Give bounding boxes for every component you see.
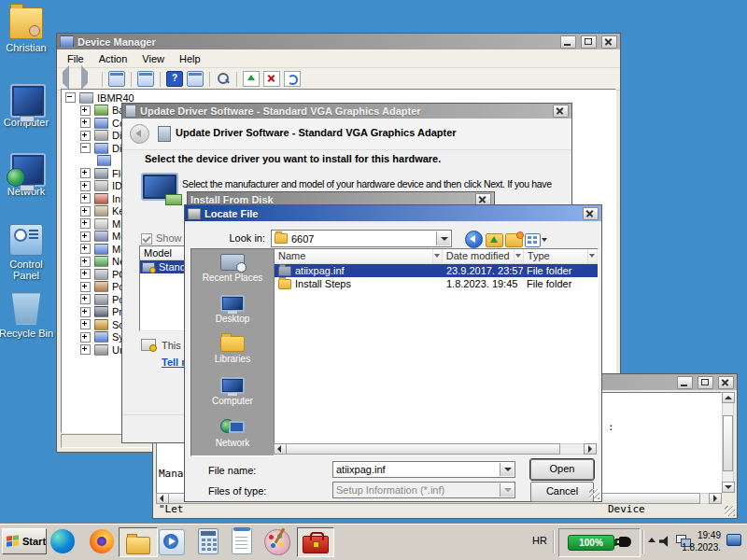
minimize-button[interactable]	[560, 35, 576, 49]
scrollbar-thumb[interactable]	[723, 415, 733, 471]
forward-icon[interactable]	[81, 72, 96, 86]
close-button[interactable]	[583, 207, 599, 220]
scroll-right-icon[interactable]	[709, 493, 722, 504]
file-name-combobox[interactable]: atiixpag.inf	[332, 461, 515, 478]
export-list-icon[interactable]	[137, 71, 154, 87]
volume-icon[interactable]	[659, 536, 671, 547]
firefox-icon[interactable]	[90, 529, 114, 553]
media-player-icon[interactable]	[159, 529, 185, 555]
paint-icon[interactable]	[264, 529, 290, 555]
device-manager-titlebar[interactable]: Device Manager	[57, 34, 620, 49]
cancel-button[interactable]: Cancel	[530, 482, 594, 502]
views-dropdown-icon[interactable]	[542, 238, 547, 242]
file-row-selected[interactable]: atiixpag.inf 23.9.2017. 23:57 File folde…	[275, 264, 598, 277]
properties-icon[interactable]	[187, 71, 204, 87]
expand-toggle-icon[interactable]	[80, 181, 91, 191]
expand-toggle-icon[interactable]	[80, 319, 91, 329]
expand-toggle-icon[interactable]	[80, 231, 91, 242]
up-one-level-icon[interactable]	[486, 233, 503, 247]
close-button[interactable]	[718, 376, 734, 389]
expand-toggle-icon[interactable]	[80, 332, 91, 343]
update-driver-icon[interactable]	[243, 71, 260, 87]
expand-toggle-icon[interactable]	[80, 105, 91, 116]
scrollbar-thumb[interactable]	[286, 443, 560, 455]
horizontal-scrollbar[interactable]	[274, 443, 597, 455]
expand-toggle-icon[interactable]	[80, 257, 91, 267]
edge-icon[interactable]	[50, 529, 75, 553]
look-in-combobox[interactable]: 6607	[271, 230, 452, 247]
file-row[interactable]: Install Steps 1.8.2023. 19:45 File folde…	[275, 277, 598, 290]
start-button[interactable]: Start	[2, 528, 47, 554]
language-indicator[interactable]: HR	[532, 535, 547, 546]
close-button[interactable]	[601, 35, 617, 49]
views-icon[interactable]	[525, 233, 541, 247]
dropdown-icon[interactable]	[436, 231, 450, 245]
scroll-right-icon[interactable]	[584, 443, 597, 455]
expand-toggle-icon[interactable]	[80, 118, 91, 128]
uninstall-device-icon[interactable]	[263, 71, 280, 87]
collapse-toggle-icon[interactable]	[80, 143, 91, 153]
device-manager-taskbar-button[interactable]	[297, 527, 334, 557]
calculator-icon[interactable]	[198, 528, 218, 554]
desktop-icon-christian[interactable]: Christian	[0, 7, 56, 53]
update-driver-titlebar[interactable]: Update Driver Software - Standard VGA Gr…	[122, 104, 571, 119]
new-folder-icon[interactable]	[505, 233, 523, 247]
show-hidden-icons-icon[interactable]	[648, 538, 655, 542]
scan-hardware-changes-icon[interactable]	[284, 71, 301, 87]
menu-view[interactable]: View	[135, 51, 171, 66]
resize-grip[interactable]	[589, 489, 599, 499]
battery-widget[interactable]: 100%	[558, 528, 641, 557]
help-icon[interactable]	[166, 71, 183, 87]
maximize-button[interactable]	[698, 376, 713, 389]
desktop-icon-computer[interactable]: Computer	[0, 84, 56, 128]
expand-toggle-icon[interactable]	[80, 344, 91, 355]
dropdown-icon[interactable]	[500, 463, 514, 476]
column-filter-icon[interactable]	[588, 249, 598, 263]
place-computer[interactable]: Computer	[191, 377, 274, 406]
expand-toggle-icon[interactable]	[80, 193, 91, 203]
show-compatible-checkbox[interactable]	[141, 233, 152, 245]
menu-file[interactable]: File	[61, 51, 91, 66]
column-filter-icon[interactable]	[433, 249, 443, 263]
column-filter-icon[interactable]	[514, 249, 524, 263]
expand-toggle-icon[interactable]	[80, 244, 91, 254]
column-header-name[interactable]: Name	[275, 249, 433, 263]
scroll-left-icon[interactable]	[274, 443, 287, 455]
expand-toggle-icon[interactable]	[80, 282, 91, 292]
console-window-icon[interactable]	[108, 71, 125, 87]
resize-grip[interactable]	[725, 506, 735, 516]
expand-toggle-icon[interactable]	[80, 294, 91, 304]
place-libraries[interactable]: Libraries	[191, 336, 274, 364]
expand-toggle-icon[interactable]	[80, 307, 91, 317]
scroll-down-icon[interactable]	[722, 482, 735, 493]
vertical-scrollbar[interactable]	[722, 392, 734, 493]
notepad-icon[interactable]	[232, 528, 252, 554]
expand-toggle-icon[interactable]	[80, 218, 91, 229]
column-header-date-modified[interactable]: Date modified	[443, 249, 514, 263]
maximize-button[interactable]	[581, 35, 597, 49]
back-icon[interactable]	[63, 72, 78, 86]
expand-toggle-icon[interactable]	[80, 131, 91, 141]
place-recent-places[interactable]: Recent Places	[191, 254, 274, 283]
open-button[interactable]: Open	[530, 459, 594, 480]
place-desktop[interactable]: Desktop	[191, 295, 274, 324]
place-network[interactable]: Network	[191, 417, 274, 448]
show-desktop-button[interactable]	[726, 534, 741, 546]
column-header-type[interactable]: Type	[524, 249, 588, 263]
minimize-button[interactable]	[677, 376, 693, 389]
scroll-left-icon[interactable]	[156, 493, 169, 504]
menu-help[interactable]: Help	[173, 51, 207, 66]
menu-action[interactable]: Action	[92, 51, 134, 66]
expand-toggle-icon[interactable]	[80, 168, 91, 178]
back-icon[interactable]	[465, 231, 483, 248]
close-button[interactable]	[553, 105, 569, 118]
expand-toggle-icon[interactable]	[80, 269, 91, 279]
desktop-icon-network[interactable]: Network	[0, 153, 56, 197]
back-icon[interactable]	[130, 124, 149, 144]
collapse-toggle-icon[interactable]	[65, 92, 76, 103]
scroll-up-icon[interactable]	[722, 392, 735, 403]
scan-icon[interactable]	[216, 72, 231, 86]
locate-file-titlebar[interactable]: Locate File	[185, 205, 601, 221]
desktop-icon-recycle-bin[interactable]: Recycle Bin	[0, 293, 56, 339]
desktop-icon-control-panel[interactable]: Control Panel	[0, 224, 56, 281]
